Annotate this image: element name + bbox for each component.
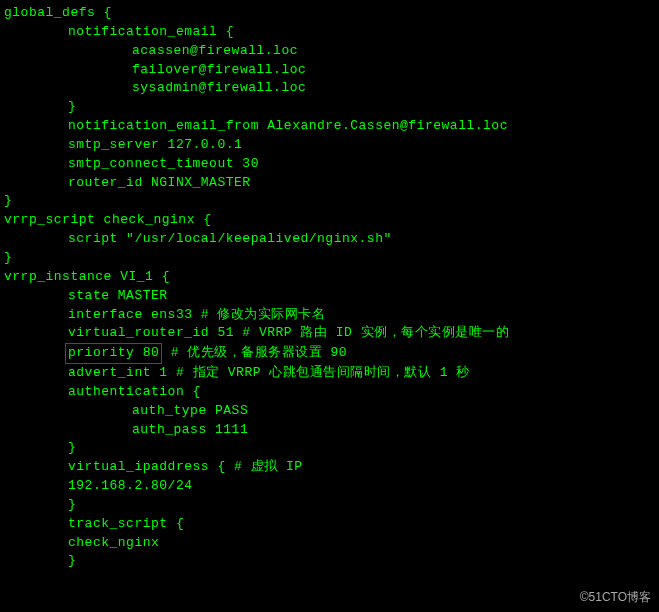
config-line: auth_type PASS [4, 402, 655, 421]
config-line: vrrp_instance VI_1 { [4, 268, 655, 287]
config-line: vrrp_script check_nginx { [4, 211, 655, 230]
priority-highlight: priority 80 [65, 343, 162, 364]
config-line: failover@firewall.loc [4, 61, 655, 80]
config-line: router_id NGINX_MASTER [4, 174, 655, 193]
config-line: } [4, 552, 655, 571]
config-line: smtp_connect_timeout 30 [4, 155, 655, 174]
config-line: notification_email_from Alexandre.Cassen… [4, 117, 655, 136]
config-line: auth_pass 1111 [4, 421, 655, 440]
config-line: track_script { [4, 515, 655, 534]
priority-comment: # 优先级，备服务器设置 90 [162, 345, 347, 360]
config-line: virtual_ipaddress { # 虚拟 IP [4, 458, 655, 477]
config-line: authentication { [4, 383, 655, 402]
config-line: smtp_server 127.0.0.1 [4, 136, 655, 155]
config-line: check_nginx [4, 534, 655, 553]
config-line: notification_email { [4, 23, 655, 42]
config-line: } [4, 249, 655, 268]
config-line: } [4, 496, 655, 515]
watermark-text: ©51CTO博客 [580, 589, 651, 606]
config-line: sysadmin@firewall.loc [4, 79, 655, 98]
config-line: global_defs { [4, 4, 655, 23]
config-line: } [4, 439, 655, 458]
config-line: acassen@firewall.loc [4, 42, 655, 61]
config-line: state MASTER [4, 287, 655, 306]
config-line: 192.168.2.80/24 [4, 477, 655, 496]
config-line-priority: priority 80 # 优先级，备服务器设置 90 [4, 343, 655, 364]
config-line: script "/usr/local/keepalived/nginx.sh" [4, 230, 655, 249]
config-line: advert_int 1 # 指定 VRRP 心跳包通告间隔时间，默认 1 秒 [4, 364, 655, 383]
config-line: interface ens33 # 修改为实际网卡名 [4, 306, 655, 325]
config-line: virtual_router_id 51 # VRRP 路由 ID 实例，每个实… [4, 324, 655, 343]
config-line: } [4, 192, 655, 211]
config-line: } [4, 98, 655, 117]
